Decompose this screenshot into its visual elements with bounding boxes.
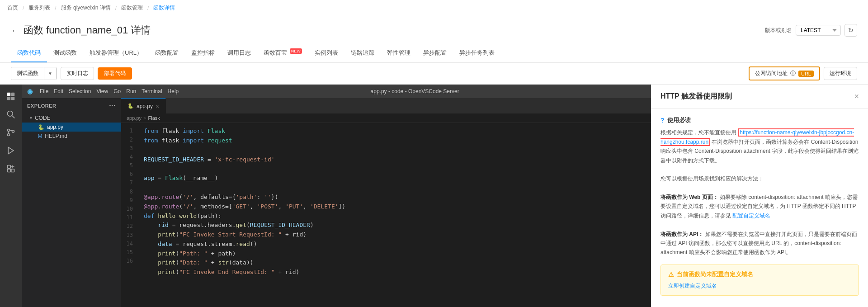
toolbar-left: 测试函数 ▼ 实时日志 部署代码 <box>11 67 132 80</box>
tab-code[interactable]: 函数代码 <box>11 44 47 62</box>
menu-edit[interactable]: Edit <box>54 88 63 94</box>
http-trigger-panel: HTTP 触发器使用限制 × ? 使用必读 根据相关规定，您不能直接使用 htt… <box>651 85 868 307</box>
explorer-menu[interactable]: ··· <box>109 102 116 110</box>
menu-file[interactable]: File <box>40 88 48 94</box>
version-dropdown[interactable]: LATEST <box>796 25 841 36</box>
activity-git-icon[interactable] <box>3 124 19 141</box>
nav-service-detail[interactable]: 服务 qiyeweixin 详情 <box>61 4 111 12</box>
vscode-activity-bar <box>0 85 22 307</box>
tab-log[interactable]: 调用日志 <box>221 44 257 62</box>
editor-breadcrumb: app.py > Flask <box>121 113 651 123</box>
realtime-log-button[interactable]: 实时日志 <box>61 67 94 80</box>
line-numbers: 12345 678910 1112131415 16 <box>121 123 140 307</box>
vscode-titlebar: ◉ File Edit Selection View Go Run Termin… <box>22 85 651 98</box>
back-button[interactable]: ← <box>11 25 20 36</box>
section1-title-text: 使用必读 <box>667 116 691 124</box>
tab-test[interactable]: 测试函数 <box>47 44 83 62</box>
menu-terminal[interactable]: Terminal <box>142 88 162 94</box>
breadcrumb-file: app.py <box>127 115 142 121</box>
refresh-button[interactable]: ↻ <box>844 24 857 37</box>
url-badge: URL <box>798 71 814 77</box>
activity-search-icon[interactable] <box>3 106 19 123</box>
test-function-dropdown[interactable]: ▼ <box>44 67 57 80</box>
explorer-header: EXPLORER ··· <box>22 98 121 113</box>
function-tabs: 函数代码 测试函数 触发器管理（URL） 函数配置 监控指标 调用日志 函数百宝… <box>11 44 857 62</box>
nav-sep-4: / <box>147 5 149 11</box>
file-icon-md: M <box>38 133 42 139</box>
menu-run[interactable]: Run <box>126 88 136 94</box>
modal-header: HTTP 触发器使用限制 × <box>651 85 868 109</box>
tab-async-config[interactable]: 异步配置 <box>417 44 453 62</box>
svg-rect-1 <box>11 93 14 96</box>
folder-arrow-icon: ▼ <box>29 116 33 120</box>
section1-text-part3: 您可以根据使用场景找到相应的解决方法： <box>660 175 764 182</box>
web-page-link[interactable]: 配置自定义域名 <box>732 213 770 219</box>
menu-view[interactable]: View <box>96 88 108 94</box>
modal-title: HTTP 触发器使用限制 <box>660 92 732 101</box>
activity-extensions-icon[interactable] <box>3 161 19 177</box>
tab-elastic[interactable]: 弹性管理 <box>381 44 417 62</box>
activity-debug-icon[interactable] <box>3 142 19 159</box>
svg-point-4 <box>8 111 13 117</box>
file-name-apppy: app.py <box>47 124 63 130</box>
explorer-folder-code[interactable]: ▼ CODE <box>22 113 121 123</box>
nav-sep-1: / <box>23 5 24 11</box>
tab-filename: app.py <box>137 103 153 109</box>
file-item-helpmd[interactable]: M HELP.md <box>22 132 121 141</box>
modal-close-button[interactable]: × <box>854 92 859 101</box>
tab-async-list[interactable]: 异步任务列表 <box>453 44 501 62</box>
vscode-wrapper: ◉ File Edit Selection View Go Run Termin… <box>22 85 651 307</box>
menu-go[interactable]: Go <box>113 88 121 94</box>
modal-body: ? 使用必读 根据相关规定，您不能直接使用 https://function-n… <box>651 109 868 307</box>
activity-explorer-icon[interactable] <box>3 88 19 104</box>
public-url-button[interactable]: 公网访问地址 ⓘ URL <box>749 66 820 80</box>
svg-rect-10 <box>8 165 11 169</box>
vscode-logo: ◉ <box>27 88 33 95</box>
tab-trace[interactable]: 链路追踪 <box>344 44 381 62</box>
web-page-title: 将函数作为 Web 页面： <box>660 194 718 200</box>
create-domain-link[interactable]: 立即创建自定义域名 <box>668 283 717 289</box>
svg-line-5 <box>12 116 14 118</box>
nav-service-list[interactable]: 服务列表 <box>28 4 50 12</box>
editor-pane: 🐍 app.py × app.py > Flask 1 <box>121 98 651 307</box>
svg-rect-3 <box>11 97 14 100</box>
warning-title-text: 当前函数尚未配置自定义域名 <box>677 270 753 279</box>
page-header: ← 函数 function_name_01 详情 版本或别名 LATEST ↻ … <box>0 16 868 63</box>
menu-selection[interactable]: Selection <box>69 88 91 94</box>
svg-rect-0 <box>7 93 10 96</box>
tab-qa[interactable]: 函数百宝 NEW <box>257 44 308 62</box>
version-selector: 版本或别名 LATEST ↻ <box>765 24 857 37</box>
vscode-title: app.py - code - OpenVSCode Server <box>184 88 646 94</box>
file-icon-py: 🐍 <box>38 124 44 130</box>
tab-instance[interactable]: 实例列表 <box>308 44 344 62</box>
test-function-group: 测试函数 ▼ <box>11 67 57 80</box>
editor-tab-apppy[interactable]: 🐍 app.py × <box>121 98 166 113</box>
tab-trigger[interactable]: 触发器管理（URL） <box>83 44 149 62</box>
section1-text-part1: 根据相关规定，您不能直接使用 <box>660 129 736 136</box>
breadcrumb-folder: Flask <box>148 115 160 121</box>
editor-area: ◉ File Edit Selection View Go Run Termin… <box>0 85 651 307</box>
deploy-code-button[interactable]: 部署代码 <box>98 67 132 80</box>
folder-name-code: CODE <box>35 115 51 121</box>
info-icon: ? <box>660 117 665 124</box>
file-item-apppy[interactable]: 🐍 app.py <box>22 123 121 132</box>
code-area[interactable]: 12345 678910 1112131415 16 from flask im… <box>121 123 651 307</box>
code-content[interactable]: from flask import Flask from flask impor… <box>140 123 651 307</box>
svg-point-6 <box>8 129 10 132</box>
warning-icon: ⚠ <box>668 271 674 278</box>
file-name-helpmd: HELP.md <box>45 133 67 139</box>
run-env-button[interactable]: 运行环境 <box>824 67 857 80</box>
test-function-button[interactable]: 测试函数 <box>11 67 44 80</box>
svg-marker-9 <box>8 147 14 154</box>
editor-tabs-bar: 🐍 app.py × <box>121 98 651 113</box>
section1-body: 根据相关规定，您不能直接使用 https://function-name-qiy… <box>660 128 859 257</box>
nav-sep-3: / <box>115 5 117 11</box>
breadcrumb-sep1: > <box>143 115 146 121</box>
tab-monitor[interactable]: 监控指标 <box>185 44 221 62</box>
menu-help[interactable]: Help <box>168 88 179 94</box>
tab-config[interactable]: 函数配置 <box>149 44 185 62</box>
tab-close-button[interactable]: × <box>156 103 159 110</box>
tab-file-icon: 🐍 <box>127 103 134 109</box>
nav-home[interactable]: 首页 <box>7 4 18 12</box>
nav-function-mgmt[interactable]: 函数管理 <box>121 4 143 12</box>
